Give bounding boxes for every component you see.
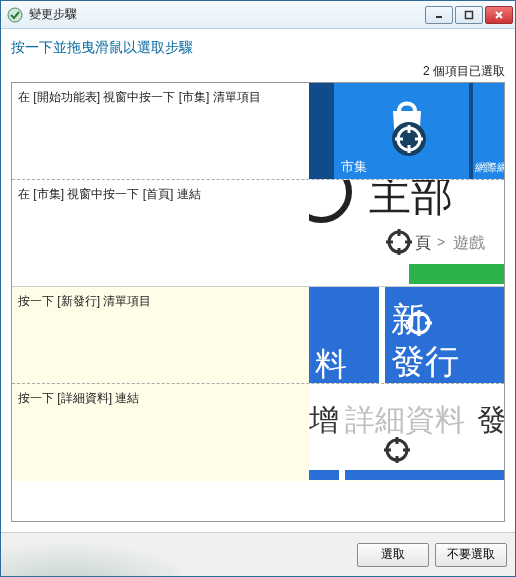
svg-rect-45 <box>309 470 339 480</box>
selection-count: 2 個項目已選取 <box>11 63 505 80</box>
svg-text:料: 料 <box>315 346 347 382</box>
dialog-footer: 選取 不要選取 <box>1 532 515 576</box>
svg-text:主部: 主部 <box>369 180 453 219</box>
svg-text:增: 增 <box>309 403 339 436</box>
close-button[interactable] <box>485 6 513 24</box>
svg-rect-46 <box>345 470 504 480</box>
app-icon <box>7 7 23 23</box>
step-description: 按一下 [詳細資料] 連結 <box>12 384 309 481</box>
step-thumbnail: 料 新 發行 <box>309 287 504 383</box>
titlebar: 變更步驟 <box>1 1 515 29</box>
svg-point-0 <box>8 8 22 22</box>
tile-label: 市集 <box>341 159 367 174</box>
deselect-button[interactable]: 不要選取 <box>435 543 507 567</box>
step-description: 按一下 [新發行] 清單項目 <box>12 287 309 383</box>
svg-rect-24 <box>409 264 504 284</box>
step-thumbnail: 增 詳細資料 發 <box>309 384 504 481</box>
client-area: 按一下並拖曳滑鼠以選取步驟 2 個項目已選取 在 [開始功能表] 視窗中按一下 … <box>1 29 515 532</box>
svg-rect-2 <box>466 11 473 18</box>
steps-list[interactable]: 在 [開始功能表] 視窗中按一下 [市集] 清單項目 <box>11 82 505 522</box>
step-row[interactable]: 在 [市集] 視窗中按一下 [首頁] 連結 主部 <box>12 180 504 287</box>
step-row[interactable]: 在 [開始功能表] 視窗中按一下 [市集] 清單項目 <box>12 83 504 180</box>
svg-text:>: > <box>437 234 445 250</box>
svg-text:遊戲: 遊戲 <box>453 234 485 251</box>
svg-text:發行: 發行 <box>391 342 459 380</box>
minimize-button[interactable] <box>425 6 453 24</box>
svg-text:發: 發 <box>477 403 504 436</box>
step-description: 在 [市集] 視窗中按一下 [首頁] 連結 <box>12 180 309 286</box>
select-button[interactable]: 選取 <box>357 543 429 567</box>
maximize-button[interactable] <box>455 6 483 24</box>
svg-text:頁: 頁 <box>415 234 431 251</box>
step-description: 在 [開始功能表] 視窗中按一下 [市集] 清單項目 <box>12 83 309 179</box>
step-row[interactable]: 按一下 [新發行] 清單項目 料 新 <box>12 287 504 384</box>
step-thumbnail: 市集 網際網 <box>309 83 504 179</box>
instruction-text: 按一下並拖曳滑鼠以選取步驟 <box>11 39 505 57</box>
window-buttons <box>425 6 513 24</box>
step-row[interactable]: 按一下 [詳細資料] 連結 增 詳細資料 發 <box>12 384 504 481</box>
window-title: 變更步驟 <box>29 6 425 23</box>
svg-text:詳細資料: 詳細資料 <box>345 403 465 436</box>
dialog-window: 變更步驟 按一下並拖曳滑鼠以選取步驟 2 個項目已選取 在 [開始功能表] 視窗… <box>0 0 516 577</box>
step-thumbnail: 主部 頁 > 遊戲 <box>309 180 504 286</box>
svg-text:網際網: 網際網 <box>474 161 504 173</box>
